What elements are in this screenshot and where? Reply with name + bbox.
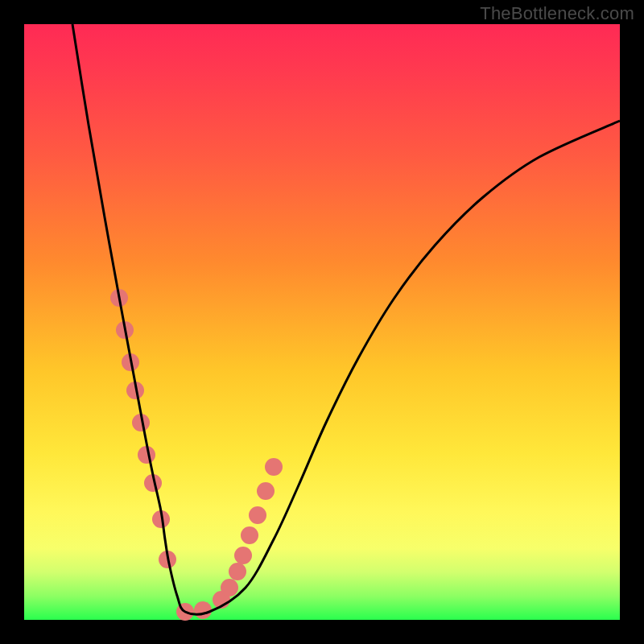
- overlay-dot: [241, 526, 258, 544]
- outer-frame: TheBottleneck.com: [0, 0, 644, 644]
- bottleneck-curve: [72, 24, 620, 614]
- overlay-dot: [265, 458, 283, 476]
- overlay-dot: [257, 482, 275, 500]
- overlay-dot: [194, 601, 212, 619]
- curve-layer: [24, 24, 620, 620]
- overlay-dot: [249, 506, 266, 524]
- overlay-dot: [229, 563, 246, 580]
- overlay-dot: [221, 579, 238, 597]
- attribution-text: TheBottleneck.com: [480, 3, 634, 24]
- overlay-dot: [234, 547, 252, 564]
